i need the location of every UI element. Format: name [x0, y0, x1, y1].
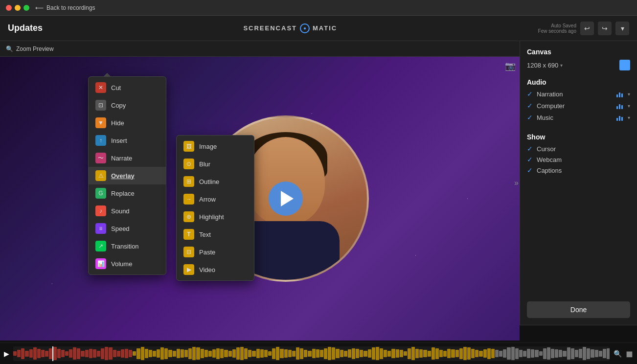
menu-item-blur[interactable]: ⊙ Blur: [177, 155, 254, 173]
menu-item-overlay[interactable]: ⚠ Overlay: [89, 167, 166, 184]
audio-item-computer[interactable]: ✓ Computer ▾: [527, 102, 630, 110]
autosaved-status: Auto Saved Few seconds ago: [538, 23, 576, 34]
narration-levels: [616, 91, 623, 97]
canvas-color-picker[interactable]: [619, 60, 630, 70]
chevron-down-icon: ▾: [560, 63, 563, 68]
arrow-label: Arrow: [199, 196, 216, 203]
playhead: [52, 346, 53, 361]
volume-label: Volume: [111, 260, 132, 268]
menu-item-insert[interactable]: ↑ Insert: [89, 132, 166, 149]
menu-item-video[interactable]: ▶ Video: [177, 261, 254, 278]
sound-icon: ♪: [95, 205, 106, 216]
menu-item-paste[interactable]: ⊟ Paste: [177, 243, 254, 261]
insert-label: Insert: [111, 137, 127, 144]
cursor-check: ✓: [527, 145, 533, 153]
hide-label: Hide: [111, 119, 124, 127]
menu-item-outline[interactable]: ⊞ Outline: [177, 173, 254, 190]
context-menu-overlay: 🖼 Image ⊙ Blur ⊞ Outline → Arrow ⊕ Hi: [176, 135, 254, 281]
timeline-play-button[interactable]: ▶: [4, 350, 9, 358]
replace-icon: G: [95, 188, 106, 199]
canvas-size-selector[interactable]: 1208 x 690 ▾: [527, 62, 563, 69]
copy-label: Copy: [111, 102, 126, 109]
menu-item-transition[interactable]: ↗ Transition: [89, 237, 166, 255]
timeline-zoom-in-button[interactable]: ◼: [626, 348, 633, 359]
waveform-inner: [13, 346, 610, 361]
menu-item-copy[interactable]: ⊡ Copy: [89, 96, 166, 114]
highlight-icon: ⊕: [183, 211, 194, 222]
outline-label: Outline: [199, 178, 219, 185]
zoom-preview-bar: 🔍 Zoom Preview: [0, 41, 520, 57]
narrate-icon: 〜: [95, 153, 106, 163]
undo-button[interactable]: ↩: [580, 22, 594, 35]
menu-item-cut[interactable]: ✕ Cut: [89, 79, 166, 96]
music-levels: [616, 114, 623, 121]
arrow-icon: →: [183, 194, 194, 205]
volume-icon: 📊: [95, 258, 106, 269]
music-chevron: ▾: [628, 115, 630, 120]
canvas-title: Canvas: [527, 48, 630, 56]
menu-item-replace[interactable]: G Replace: [89, 184, 166, 202]
outline-icon: ⊞: [183, 176, 194, 187]
main-toolbar: Updates SCREENCAST ● MATIC Auto Saved Fe…: [0, 16, 637, 41]
logo-left: SCREENCAST: [243, 24, 297, 32]
play-icon: [281, 191, 294, 206]
audio-item-music[interactable]: ✓ Music ▾: [527, 114, 630, 121]
show-item-cursor[interactable]: ✓ Cursor: [527, 145, 630, 153]
menu-item-sound[interactable]: ♪ Sound: [89, 202, 166, 220]
overlay-icon: ⚠: [95, 170, 106, 181]
show-title: Show: [527, 133, 630, 141]
play-button[interactable]: [269, 182, 303, 216]
blur-label: Blur: [199, 160, 210, 168]
canvas-section: Canvas 1208 x 690 ▾: [527, 48, 630, 70]
transition-icon: ↗: [95, 241, 106, 251]
minimize-button[interactable]: [15, 5, 21, 11]
text-label: Text: [199, 231, 211, 238]
cursor-label: Cursor: [537, 145, 556, 153]
maximize-button[interactable]: [23, 5, 29, 11]
menu-item-text[interactable]: T Text: [177, 226, 254, 243]
back-icon: ⟵: [35, 4, 44, 11]
canvas-row: 1208 x 690 ▾: [527, 60, 630, 70]
captions-label: Captions: [537, 167, 562, 174]
transition-label: Transition: [111, 243, 139, 250]
audio-item-narration[interactable]: ✓ Narration ▾: [527, 90, 630, 98]
menu-item-narrate[interactable]: 〜 Narrate: [89, 149, 166, 167]
canvas-size-value: 1208 x 690: [527, 62, 558, 69]
computer-chevron: ▾: [628, 103, 630, 109]
replace-label: Replace: [111, 190, 135, 197]
show-item-webcam[interactable]: ✓ Webcam: [527, 156, 630, 163]
menu-item-speed[interactable]: ≡ Speed: [89, 220, 166, 237]
webcam-label: Webcam: [537, 156, 562, 163]
timeline-search-button[interactable]: 🔍: [614, 350, 622, 358]
menu-item-highlight[interactable]: ⊕ Highlight: [177, 208, 254, 226]
redo-button[interactable]: ↪: [598, 22, 612, 35]
copy-icon: ⊡: [95, 100, 106, 111]
highlight-label: Highlight: [199, 213, 224, 221]
menu-item-image[interactable]: 🖼 Image: [177, 137, 254, 155]
back-to-recordings[interactable]: ⟵ Back to recordings: [35, 4, 95, 11]
captions-check: ✓: [527, 166, 533, 174]
text-icon: T: [183, 229, 194, 240]
hide-icon: ▼: [95, 117, 106, 128]
close-button[interactable]: [6, 5, 12, 11]
menu-item-arrow[interactable]: → Arrow: [177, 190, 254, 208]
zoom-search-icon: 🔍: [6, 46, 13, 52]
camera-icon[interactable]: 📷: [505, 61, 516, 71]
computer-levels: [616, 102, 623, 109]
menu-item-hide[interactable]: ▼ Hide: [89, 114, 166, 132]
webcam-check: ✓: [527, 156, 533, 163]
cut-icon: ✕: [95, 82, 106, 93]
expand-arrow[interactable]: »: [514, 179, 519, 187]
context-menu-primary: ✕ Cut ⊡ Copy ▼ Hide ↑ Insert 〜 Narrate: [88, 76, 166, 275]
logo-right: MATIC: [313, 24, 337, 32]
video-icon: ▶: [183, 264, 194, 275]
show-item-captions[interactable]: ✓ Captions: [527, 166, 630, 174]
done-button[interactable]: Done: [527, 301, 630, 318]
video-container: 📷 ✕ Cut ⊡ Copy ▼ Hide ↑ Insert: [0, 57, 520, 341]
toolbar-right: Auto Saved Few seconds ago ↩ ↪ ▾: [538, 22, 629, 35]
more-button[interactable]: ▾: [615, 22, 629, 35]
blur-icon: ⊙: [183, 159, 194, 169]
music-label: Music: [537, 114, 553, 121]
menu-item-volume[interactable]: 📊 Volume: [89, 255, 166, 273]
timeline-waveform[interactable]: 0:06.se: [13, 346, 610, 361]
